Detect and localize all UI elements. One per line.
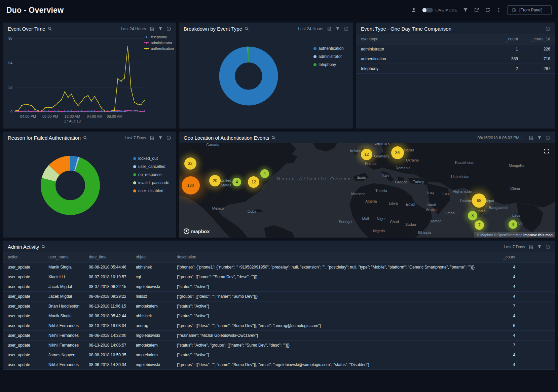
table-cell: 4: [498, 311, 555, 321]
panel-title: Event Type - One Day Time Comparison: [361, 26, 451, 32]
zoom-icon[interactable]: [41, 245, 46, 249]
details-icon[interactable]: [150, 27, 154, 31]
legend-item-administrator[interactable]: administrator: [144, 41, 174, 45]
table-cell: anurag: [131, 321, 172, 331]
details-icon[interactable]: [529, 245, 533, 249]
map-bubble[interactable]: 32: [184, 157, 196, 170]
info-icon[interactable]: [344, 27, 348, 31]
zoom-icon[interactable]: [83, 136, 87, 140]
legend-item-invalid_passcode[interactable]: invalid_passcode: [133, 180, 169, 185]
table-cell: amotekalem: [131, 341, 172, 350]
map-bubble[interactable]: 12: [248, 176, 259, 188]
dashboard-grid: Event Over Time Last 24 Hours 032649604:…: [0, 20, 558, 372]
refresh-icon[interactable]: [485, 7, 490, 13]
map-bubble[interactable]: 20: [209, 175, 221, 186]
table-row[interactable]: user_updateManik Singla08-08-2018 05:42:…: [3, 311, 555, 321]
legend-item-user_disabled[interactable]: user_disabled: [133, 188, 169, 193]
column-header-_count[interactable]: _count: [498, 252, 555, 262]
zoom-icon[interactable]: [271, 136, 276, 140]
table-row[interactable]: user_updateNikhil Fernandes08-06-2018 14…: [3, 331, 555, 341]
column-header-_count_1d[interactable]: _count_1d: [523, 34, 555, 44]
legend-item-administrator[interactable]: administrator: [313, 54, 344, 59]
svg-text:64: 64: [8, 61, 12, 65]
table-cell: 08-06-2018 14:30:34: [84, 360, 131, 370]
map-bubble[interactable]: 4: [509, 220, 517, 229]
column-header-date_time[interactable]: date_time: [84, 252, 131, 262]
table-cell: 08-07-2018 06:22:15: [84, 282, 131, 292]
column-header-_count[interactable]: _count: [493, 34, 523, 44]
table-row[interactable]: authentication389718: [356, 54, 555, 64]
zoom-icon[interactable]: [245, 27, 249, 31]
table-cell: Jacek Migdal: [44, 282, 84, 292]
legend-label: administrator: [151, 41, 173, 45]
map-bubble[interactable]: 4: [260, 169, 269, 178]
column-header-object[interactable]: object: [131, 252, 172, 262]
world-map[interactable]: North Atlantic Ocean CanadaDenmarkIrelan…: [179, 143, 555, 238]
chart-legend: telephonyadministratorauthentication: [144, 35, 174, 50]
filter-icon[interactable]: [463, 7, 468, 13]
table-row[interactable]: telephony2287: [356, 64, 555, 74]
table-row[interactable]: user_updateManik Singla08-08-2018 05:44:…: [3, 262, 555, 272]
legend-item-telephony[interactable]: telephony: [144, 35, 174, 39]
mapbox-logo[interactable]: mapbox: [184, 228, 210, 234]
column-header-user_name[interactable]: user_name: [44, 252, 84, 262]
zoom-icon[interactable]: [48, 27, 52, 31]
user-icon[interactable]: [411, 7, 416, 13]
filter-icon[interactable]: [158, 27, 163, 31]
filter-icon[interactable]: [335, 27, 340, 31]
table-row[interactable]: user_updateJacek Migdal08-07-2018 06:22:…: [3, 282, 555, 292]
table-row[interactable]: user_updateJames Nguyen08-08-2018 10:50:…: [3, 350, 555, 360]
table-row[interactable]: administrator1226: [356, 44, 555, 54]
legend-item-user_cancelled[interactable]: user_cancelled: [133, 164, 169, 169]
legend-label: authentication: [151, 46, 174, 50]
time-range-selector[interactable]: [From Panel]: [507, 5, 552, 15]
legend-item-telephony[interactable]: telephony: [313, 62, 344, 67]
filter-icon[interactable]: [537, 245, 542, 249]
share-icon[interactable]: [474, 7, 479, 13]
legend-item-no_response[interactable]: no_response: [133, 172, 169, 177]
column-header-description[interactable]: description: [172, 252, 498, 262]
table-cell: user_update: [3, 341, 44, 350]
kebab-menu-icon[interactable]: [496, 7, 501, 13]
table-row[interactable]: user_updateNikhil Fernandes08-13-2018 14…: [3, 341, 555, 350]
legend-marker: [313, 47, 317, 50]
table-row[interactable]: user_updateJacek Migdal08-06-2018 09:29:…: [3, 292, 555, 301]
svg-text:32: 32: [8, 85, 12, 89]
filter-icon[interactable]: [158, 136, 163, 140]
map-bubble[interactable]: 130: [182, 176, 200, 194]
details-icon[interactable]: [529, 136, 533, 140]
legend-marker: [133, 181, 136, 184]
map-bubble[interactable]: 8: [468, 211, 477, 220]
map-bubble[interactable]: 7: [475, 220, 484, 230]
table-cell: 7: [498, 341, 555, 350]
table-cell: 08-06-2018 14:32:00: [84, 331, 131, 341]
table-row[interactable]: user_updateNikhil Fernandes08-13-2018 18…: [3, 321, 555, 331]
info-icon[interactable]: [166, 27, 171, 31]
legend-item-locked_out[interactable]: locked_out: [133, 156, 169, 161]
svg-text:12:00 AM: 12:00 AM: [65, 114, 80, 118]
info-icon[interactable]: [546, 136, 550, 140]
table-row[interactable]: user_updateXiaolei Li08-07-2018 10:19:57…: [3, 272, 555, 282]
table-cell: abhishek: [131, 262, 172, 272]
details-icon[interactable]: [150, 136, 154, 140]
info-icon[interactable]: [546, 245, 550, 249]
map-bubble[interactable]: 36: [391, 146, 404, 159]
legend-item-authentication[interactable]: authentication: [144, 46, 174, 50]
legend-item-authentication[interactable]: authentication: [313, 46, 344, 51]
fullscreen-button[interactable]: [542, 146, 552, 156]
table-row[interactable]: user_updateBrian Huddleston08-13-2018 11…: [3, 301, 555, 311]
column-header-action[interactable]: action: [3, 252, 44, 262]
table-row[interactable]: user_updateNikhil Fernandes08-06-2018 14…: [3, 360, 555, 370]
column-header-eventtype[interactable]: eventtype: [356, 34, 493, 44]
svg-text:17 Aug 18: 17 Aug 18: [64, 119, 81, 123]
map-bubble[interactable]: 12: [361, 149, 372, 160]
table-cell: mgolebiowski: [131, 282, 172, 292]
map-bubble[interactable]: 4: [232, 178, 241, 186]
filter-icon[interactable]: [537, 136, 542, 140]
map-bubble[interactable]: 68: [472, 193, 486, 208]
info-icon[interactable]: [166, 136, 171, 140]
info-icon[interactable]: [546, 27, 550, 31]
details-icon[interactable]: [327, 27, 332, 31]
improve-map-link[interactable]: Improve this map: [523, 233, 553, 237]
live-mode-toggle[interactable]: [422, 8, 433, 12]
